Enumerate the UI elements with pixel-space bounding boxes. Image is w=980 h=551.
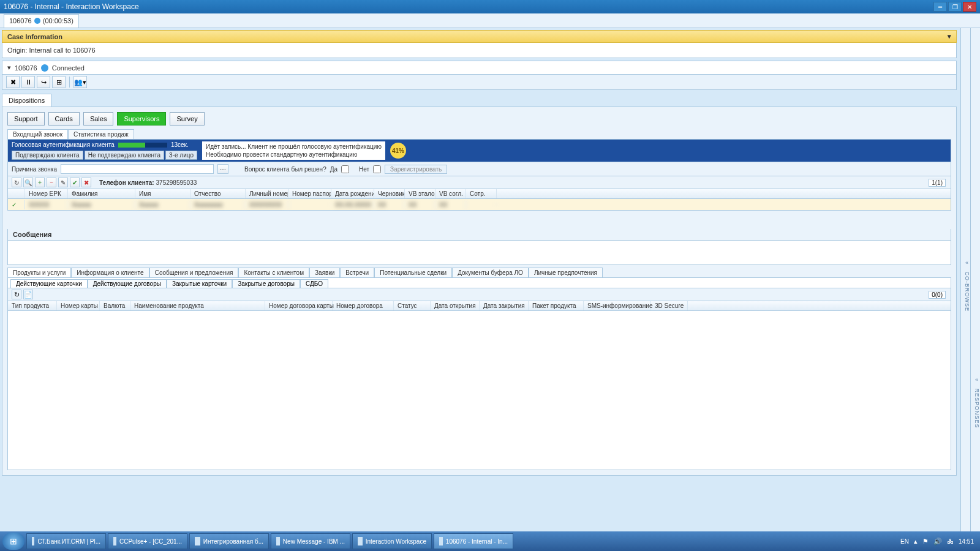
window-title: 106076 - Internal - Interaction Workspac… [4, 2, 932, 11]
tab-dispositions[interactable]: Dispositions [2, 94, 51, 107]
tray-up-icon[interactable]: ▴ [914, 538, 918, 545]
search-button[interactable]: 🔍 [23, 178, 33, 187]
product-grid-body [7, 311, 951, 470]
collapse-icon[interactable]: ▾ [948, 32, 951, 40]
no-label: Нет [359, 166, 369, 173]
confirm-client-button[interactable]: Подтверждаю клиента [12, 151, 83, 160]
session-id: 106076 [9, 17, 32, 24]
accept-button[interactable]: ✔ [70, 178, 80, 187]
subtab-sales-stats[interactable]: Статистика продаж [68, 129, 134, 139]
subtab-closed-contracts[interactable]: Закрытые договоры [232, 279, 300, 288]
hold-button[interactable]: ⏸ [21, 76, 35, 88]
category-support[interactable]: Support [7, 112, 45, 126]
taskbar-item-active[interactable]: 106076 - Internal - In... [434, 533, 513, 549]
subtab-active-contracts[interactable]: Действующие договоры [88, 279, 167, 288]
prod-view-button[interactable]: 📄 [23, 290, 33, 299]
case-info-body: Origin: Internal call to 106076 [2, 43, 957, 58]
tab-deals[interactable]: Потенциальные сделки [374, 268, 452, 277]
tab-products[interactable]: Продукты и услуги [7, 268, 71, 277]
app-icon [358, 537, 363, 545]
voice-auth-title: Голосовая аутентификация клиента [12, 141, 115, 148]
voice-progress-bar [118, 143, 167, 148]
register-button[interactable]: Зарегистрировать [385, 165, 447, 174]
reason-row: Причина звонка ⋯ Вопрос клиента был реше… [7, 162, 951, 176]
hangup-button[interactable]: ✖ [6, 76, 20, 88]
case-info-header[interactable]: Case Information ▾ [2, 30, 957, 43]
tray-network-icon[interactable]: 🖧 [947, 538, 954, 545]
session-tab[interactable]: 106076 (00:00:53) [4, 14, 79, 28]
taskbar-item[interactable]: CCPulse+ - [CC_201... [108, 533, 187, 549]
category-sales[interactable]: Sales [83, 112, 114, 126]
dispositions-panel: Support Cards Sales Supervisors Survey В… [2, 107, 957, 476]
clock[interactable]: 14:51 [959, 538, 974, 545]
app-icon [439, 537, 443, 545]
product-count: 0(0) [929, 291, 946, 299]
tab-contacts[interactable]: Контакты с клиентом [238, 268, 309, 277]
messages-body [7, 241, 951, 265]
taskbar-item[interactable]: Интегрированная б... [189, 533, 269, 549]
remove-button[interactable]: － [47, 178, 56, 187]
refresh-button[interactable]: ↻ [12, 178, 21, 187]
prod-refresh-button[interactable]: ↻ [12, 290, 21, 299]
tray-flag-icon[interactable]: ⚑ [922, 538, 929, 545]
reason-lookup-button[interactable]: ⋯ [217, 164, 228, 174]
lower-subtabs: Действующие карточки Действующие договор… [7, 277, 951, 288]
messages-header[interactable]: Сообщения [7, 229, 951, 241]
edit-button[interactable]: ✎ [58, 178, 68, 187]
tab-meetings[interactable]: Встречи [340, 268, 374, 277]
reason-label: Причина звонка [12, 166, 57, 173]
chevron-left-icon: « [965, 260, 969, 266]
minimize-button[interactable]: ━ [933, 2, 947, 12]
app-icon [32, 537, 34, 545]
session-timer: (00:00:53) [43, 17, 74, 24]
connected-bar: ▾ 106076 Connected [2, 61, 957, 75]
taskbar-item[interactable]: New Message - IBM ... [271, 533, 350, 549]
taskbar-item[interactable]: Interaction Workspace [352, 533, 432, 549]
yes-checkbox[interactable] [341, 165, 349, 173]
app-icon [113, 537, 116, 545]
add-button[interactable]: ＋ [35, 178, 45, 187]
question-label: Вопрос клиента был решен? [244, 166, 326, 173]
tab-messages-offers[interactable]: Сообщения и предложения [149, 268, 239, 277]
voice-auth-panel: Голосовая аутентификация клиента 13сек. … [7, 139, 951, 162]
third-party-button[interactable]: 3-е лицо [165, 151, 197, 160]
category-survey[interactable]: Survey [170, 112, 204, 126]
reject-button[interactable]: ✖ [81, 178, 91, 187]
cobrowse-rail[interactable]: « CO-BROWSE [960, 28, 970, 531]
check-icon: ✓ [8, 200, 25, 209]
separator [69, 77, 70, 88]
connection-dot-icon [34, 18, 40, 24]
subtab-incoming-call[interactable]: Входящий звонок [7, 129, 68, 139]
tab-requests[interactable]: Заявки [309, 268, 340, 277]
call-status-icon [41, 64, 48, 72]
lang-indicator[interactable]: EN [900, 538, 909, 545]
case-info-title: Case Information [7, 33, 62, 40]
maximize-button[interactable]: ❐ [948, 2, 962, 12]
taskbar-item[interactable]: СТ.Банк.ИТ.CRM | Pl... [26, 533, 106, 549]
close-button[interactable]: ✕ [963, 2, 976, 12]
phone-label: Телефон клиента: [99, 179, 154, 186]
transfer-button[interactable]: ↪ [37, 76, 50, 88]
party-button[interactable]: 👥▾ [74, 76, 87, 88]
start-button[interactable]: ⊞ [2, 533, 24, 550]
product-toolbar: ↻ 📄 0(0) [7, 288, 951, 301]
subtab-closed-cards[interactable]: Закрытые карточки [167, 279, 232, 288]
voice-percent-badge: 41% [390, 143, 406, 159]
tab-preferences[interactable]: Личные предпочтения [529, 268, 603, 277]
category-cards[interactable]: Cards [48, 112, 80, 126]
tray-volume-icon[interactable]: 🔊 [933, 538, 942, 545]
deny-client-button[interactable]: Не подтверждаю клиента [85, 151, 164, 160]
subtab-active-cards[interactable]: Действующие карточки [10, 279, 88, 288]
taskbar: ⊞ СТ.Банк.ИТ.CRM | Pl... CCPulse+ - [CC_… [0, 531, 980, 551]
no-checkbox[interactable] [373, 165, 381, 173]
keypad-button[interactable]: ⊞ [52, 76, 66, 88]
chevron-down-icon[interactable]: ▾ [7, 64, 11, 72]
subtab-sdbo[interactable]: СДБО [300, 279, 328, 288]
tab-buffer-docs[interactable]: Документы буфера ЛО [452, 268, 529, 277]
category-supervisors[interactable]: Supervisors [117, 112, 166, 126]
tab-client-info[interactable]: Информация о клиенте [71, 268, 149, 277]
responses-rail[interactable]: « RESPONSES [970, 28, 980, 531]
reason-input[interactable] [61, 164, 214, 174]
voice-seconds: 13сек. [171, 141, 189, 148]
client-row[interactable]: ✓ XXXXX Xxxxxx Xxxxxx Xxxxxxxxx XXXXXXXX… [8, 199, 951, 210]
